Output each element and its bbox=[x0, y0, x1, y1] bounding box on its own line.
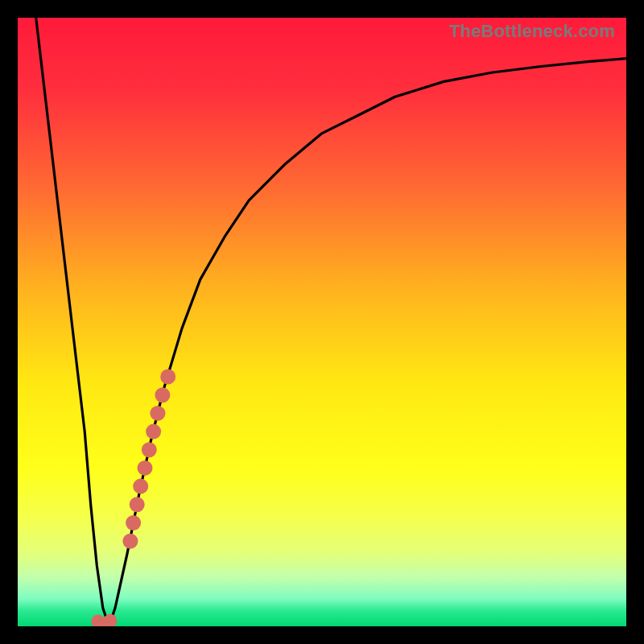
watermark-text: TheBottleneck.com bbox=[449, 21, 615, 42]
highlight-dot bbox=[155, 387, 170, 402]
highlight-dot bbox=[142, 442, 157, 457]
outer-frame: TheBottleneck.com bbox=[0, 0, 644, 644]
plot-area: TheBottleneck.com bbox=[18, 18, 626, 626]
highlight-dot bbox=[130, 497, 145, 512]
highlight-dots bbox=[91, 369, 175, 627]
highlight-dot bbox=[126, 515, 141, 530]
highlight-dot bbox=[146, 424, 161, 440]
highlight-dot bbox=[160, 369, 175, 385]
highlight-dot bbox=[133, 479, 148, 494]
bottleneck-curve bbox=[36, 18, 626, 626]
highlight-dot bbox=[138, 460, 153, 476]
highlight-dot bbox=[122, 534, 138, 549]
chart-svg bbox=[18, 18, 626, 626]
highlight-dot bbox=[150, 406, 165, 421]
